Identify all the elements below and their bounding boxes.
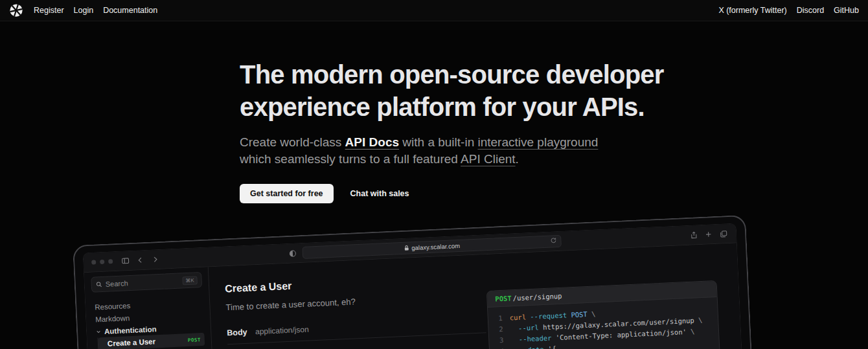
sidebar-item-label: Markdown bbox=[95, 314, 130, 323]
share-icon[interactable] bbox=[689, 230, 699, 240]
row-spacer bbox=[155, 340, 188, 341]
code-path: /user/signup bbox=[512, 292, 562, 302]
code-token: \ bbox=[698, 315, 703, 326]
traffic-dots bbox=[91, 259, 113, 264]
theme-toggle-icon[interactable] bbox=[288, 248, 298, 258]
back-icon[interactable] bbox=[135, 255, 146, 265]
hero-title: The modern open-source developer experie… bbox=[240, 58, 628, 123]
traffic-dot bbox=[100, 260, 104, 264]
scalar-logo-icon[interactable] bbox=[9, 3, 23, 17]
hero-title-line-2: experience platform for your APIs. bbox=[240, 91, 628, 123]
sidebar-item-label: Authentication bbox=[104, 325, 157, 335]
get-started-button[interactable]: Get started for free bbox=[240, 184, 334, 203]
hero-section: The modern open-source developer experie… bbox=[240, 21, 628, 203]
traffic-dot bbox=[91, 260, 96, 264]
new-tab-icon[interactable] bbox=[703, 229, 714, 240]
line-number: 3 bbox=[496, 335, 504, 346]
subtitle-text: with a built-in bbox=[399, 135, 477, 149]
code-token: \ bbox=[591, 308, 596, 319]
sidebar-item-label: Create a User bbox=[108, 337, 156, 347]
line-number: 4 bbox=[496, 346, 505, 349]
interactive-playground-link[interactable]: interactive playground bbox=[477, 135, 598, 149]
tabs-overview-icon[interactable] bbox=[718, 229, 729, 239]
nav-x-twitter[interactable]: X (formerly Twitter) bbox=[718, 6, 786, 15]
sidebar-item-label: Resources bbox=[95, 302, 130, 311]
lock-icon bbox=[404, 245, 409, 251]
laptop-mockup: galaxy.scalar.com bbox=[73, 215, 760, 349]
top-navigation: Register Login Documentation X (formerly… bbox=[0, 0, 868, 21]
cta-row: Get started for free Chat with sales bbox=[240, 184, 628, 203]
url-text: galaxy.scalar.com bbox=[411, 242, 460, 251]
subtitle-text: . bbox=[516, 152, 519, 166]
forward-icon[interactable] bbox=[150, 254, 161, 265]
hero-subtitle-line-1: Create world-class API Docs with a built… bbox=[240, 134, 628, 151]
code-token: \ bbox=[691, 326, 695, 337]
hero-title-line-1: The modern open-source developer bbox=[240, 58, 628, 91]
code-token: POST bbox=[571, 309, 591, 321]
sidebar-toggle-icon[interactable] bbox=[120, 256, 131, 266]
hero-subtitle-line-2: which seamlessly turns to a full feature… bbox=[240, 151, 628, 168]
code-token: curl bbox=[509, 311, 530, 323]
api-client-link[interactable]: API Client bbox=[461, 152, 515, 166]
chrome-spacer-left bbox=[165, 254, 282, 259]
hero-subtitle: Create world-class API Docs with a built… bbox=[240, 134, 628, 168]
traffic-dot bbox=[108, 259, 113, 264]
sidebar-nav: Resources Markdown Authentication bbox=[92, 296, 205, 349]
search-shortcut-badge: ⌘K bbox=[182, 276, 198, 285]
post-method-badge: POST bbox=[188, 337, 201, 343]
search-icon bbox=[96, 281, 102, 287]
line-number: 2 bbox=[495, 324, 503, 335]
body-label: Body bbox=[227, 328, 247, 337]
api-docs-link[interactable]: API Docs bbox=[345, 135, 399, 149]
chevron-down-icon bbox=[96, 329, 101, 334]
nav-login[interactable]: Login bbox=[74, 6, 94, 15]
chat-with-sales-button[interactable]: Chat with sales bbox=[350, 184, 409, 203]
scalar-landing-page: Register Login Documentation X (formerly… bbox=[0, 0, 868, 349]
code-token: --data bbox=[511, 344, 549, 349]
laptop-screen: galaxy.scalar.com bbox=[83, 223, 750, 349]
content-type-label: application/json bbox=[255, 325, 309, 337]
code-token: '{ bbox=[548, 343, 556, 349]
subtitle-text: Create world-class bbox=[240, 135, 345, 149]
line-number: 1 bbox=[494, 313, 503, 324]
docs-sidebar: Search ⌘K Resources Markdown bbox=[84, 267, 222, 349]
code-example-card: POST/user/signup 1curl --request POST \ … bbox=[486, 280, 725, 349]
nav-discord[interactable]: Discord bbox=[797, 6, 824, 15]
search-placeholder: Search bbox=[105, 277, 179, 288]
code-method: POST bbox=[495, 294, 512, 302]
search-input[interactable]: Search ⌘K bbox=[91, 272, 202, 293]
chrome-spacer-right bbox=[566, 236, 683, 241]
subtitle-text: which seamlessly turns to a full feature… bbox=[240, 152, 461, 166]
nav-documentation[interactable]: Documentation bbox=[103, 6, 157, 15]
nav-github[interactable]: GitHub bbox=[834, 6, 859, 15]
nav-register[interactable]: Register bbox=[34, 6, 64, 15]
reload-icon[interactable] bbox=[550, 237, 556, 243]
